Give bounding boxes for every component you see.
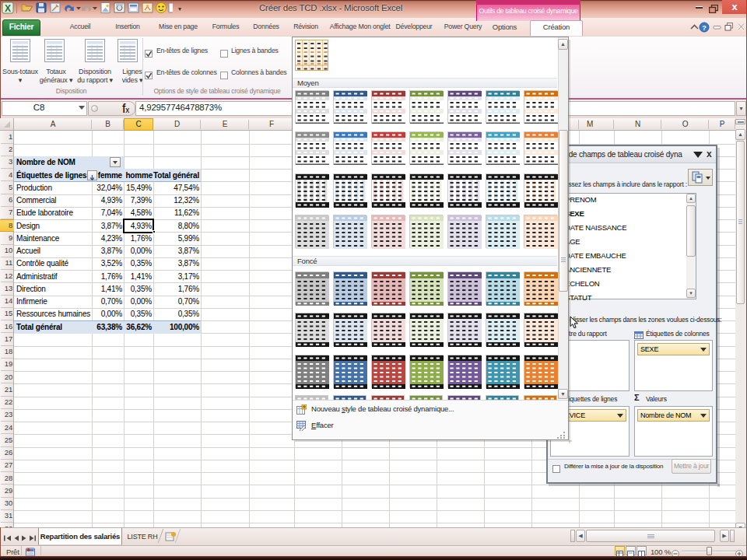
svg-text:?: ? bbox=[702, 24, 707, 32]
